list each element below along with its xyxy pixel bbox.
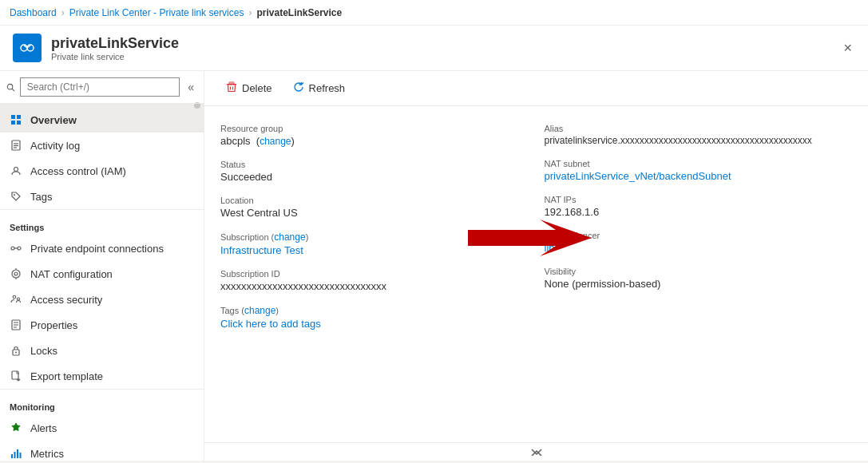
search-input[interactable]: [20, 77, 180, 97]
sidebar-item-metrics-label: Metrics: [30, 448, 64, 460]
resource-icon: [13, 34, 42, 62]
alias-value: privatelinkservice.xxxxxxxxxxxxxxxxxxxxx…: [545, 135, 853, 146]
export-template-icon: [10, 370, 22, 382]
sidebar-item-metrics[interactable]: Metrics: [0, 441, 204, 461]
svg-rect-34: [17, 449, 18, 458]
subscription-id-block: Subscription ID xxxxxxxxxxxxxxxxxxxxxxxx…: [220, 264, 529, 300]
sidebar-item-access-security-label: Access security: [30, 294, 102, 306]
resource-group-value: abcpls: [220, 135, 251, 147]
search-icon: [6, 82, 15, 93]
sidebar-item-tags-label: Tags: [30, 191, 52, 203]
locks-icon: [10, 344, 22, 357]
collapse-sidebar-button[interactable]: «: [184, 79, 197, 95]
sidebar-item-locks-label: Locks: [30, 345, 57, 357]
visibility-block: Visibility None (permission-based): [545, 262, 853, 298]
location-block: Location West Central US: [220, 191, 529, 227]
right-column: Alias privatelinkservice.xxxxxxxxxxxxxxx…: [545, 119, 853, 338]
breadcrumb-sep-1: ›: [61, 7, 65, 18]
close-button[interactable]: ×: [840, 37, 855, 60]
svg-rect-6: [11, 115, 15, 119]
tags-icon: [10, 190, 22, 203]
sidebar-item-alerts-label: Alerts: [30, 422, 57, 434]
breadcrumb-private-link[interactable]: Private Link Center - Private link servi…: [69, 7, 244, 18]
subscription-id-value: xxxxxxxxxxxxxxxxxxxxxxxxxxxxxxxx: [220, 280, 529, 292]
subscription-label: Subscription (change): [220, 232, 529, 243]
alias-block: Alias privatelinkservice.xxxxxxxxxxxxxxx…: [545, 119, 853, 154]
toolbar: Delete Refresh: [204, 71, 868, 106]
sidebar-item-locks[interactable]: Locks: [0, 338, 204, 363]
svg-rect-9: [17, 121, 21, 125]
content-area: Delete Refresh Resourc: [204, 71, 868, 461]
sidebar-item-overview[interactable]: Overview: [0, 107, 204, 133]
sidebar-item-private-endpoint-label: Private endpoint connections: [30, 243, 164, 255]
delete-button[interactable]: Delete: [217, 77, 281, 99]
overview-grid: Resource group abcpls (change) Status Su…: [204, 106, 868, 442]
resource-group-change-link[interactable]: change: [260, 136, 291, 147]
resource-subtitle: Private link service: [51, 52, 179, 61]
svg-point-19: [12, 270, 20, 278]
subscription-block: Subscription (change) Infrastructure Tes…: [220, 227, 529, 264]
collapse-chevron[interactable]: [204, 442, 868, 461]
location-label: Location: [220, 196, 529, 205]
svg-point-17: [18, 247, 21, 250]
visibility-label: Visibility: [545, 267, 853, 276]
subscription-value[interactable]: Infrastructure Test: [220, 244, 303, 256]
svg-rect-32: [11, 454, 13, 458]
svg-line-5: [12, 89, 14, 91]
alias-label: Alias: [545, 124, 853, 133]
refresh-label: Refresh: [309, 82, 346, 94]
breadcrumb: Dashboard › Private Link Center - Privat…: [0, 0, 868, 26]
nat-subnet-value[interactable]: privateLinkService_vNet/backendSubnet: [545, 170, 731, 182]
sidebar-item-export-template[interactable]: Export template: [0, 363, 204, 389]
sidebar-item-properties[interactable]: Properties: [0, 312, 204, 338]
nat-config-icon: [10, 267, 22, 280]
sidebar-item-alerts[interactable]: Alerts: [0, 415, 204, 441]
nat-subnet-block: NAT subnet privateLinkService_vNet/backe…: [545, 154, 853, 190]
sidebar-item-private-endpoint[interactable]: Private endpoint connections: [0, 235, 204, 261]
sidebar-item-access-security[interactable]: Access security: [0, 287, 204, 312]
access-control-icon: [10, 164, 22, 177]
resource-title: privateLinkService: [51, 35, 179, 52]
breadcrumb-dashboard[interactable]: Dashboard: [10, 7, 57, 18]
resource-header-left: privateLinkService Private link service: [13, 34, 179, 62]
resource-header: privateLinkService Private link service …: [0, 26, 868, 71]
tags-block: Tags (change) Click here to add tags: [220, 300, 529, 338]
subscription-change-link[interactable]: change: [274, 232, 305, 243]
sidebar-item-properties-label: Properties: [30, 319, 77, 331]
load-balancer-block: Load balancer ilb: [545, 226, 853, 262]
nat-ips-label: NAT IPs: [545, 195, 853, 204]
sidebar-item-overview-label: Overview: [30, 114, 77, 126]
tags-change-link[interactable]: change: [244, 305, 275, 316]
svg-point-15: [14, 194, 15, 196]
breadcrumb-current: privateLinkService: [256, 7, 342, 18]
sidebar-item-nat-config[interactable]: NAT configuration: [0, 261, 204, 287]
refresh-icon: [293, 81, 304, 95]
add-tags-link[interactable]: Click here to add tags: [220, 318, 321, 330]
sidebar-item-activity-log-label: Activity log: [30, 140, 80, 152]
monitoring-section-label: Monitoring: [0, 389, 204, 415]
sidebar-item-access-control-label: Access control (IAM): [30, 165, 126, 177]
svg-point-14: [14, 168, 18, 172]
resource-group-block: Resource group abcpls (change): [220, 119, 529, 155]
refresh-button[interactable]: Refresh: [284, 77, 355, 99]
load-balancer-value[interactable]: ilb: [545, 242, 555, 254]
metrics-icon: [10, 447, 22, 460]
svg-point-20: [14, 272, 18, 275]
svg-rect-31: [12, 371, 18, 379]
breadcrumb-sep-2: ›: [248, 7, 252, 18]
overview-icon: [10, 113, 22, 126]
search-box: «: [0, 71, 204, 104]
sidebar: « Overview: [0, 71, 204, 461]
subscription-id-label: Subscription ID: [220, 269, 529, 279]
alerts-icon: [10, 421, 22, 434]
sidebar-item-nat-config-label: NAT configuration: [30, 268, 113, 280]
sidebar-item-activity-log[interactable]: Activity log: [0, 133, 204, 158]
svg-point-30: [15, 352, 17, 354]
sidebar-item-access-control[interactable]: Access control (IAM): [0, 158, 204, 184]
svg-rect-7: [17, 115, 21, 119]
resource-group-label: Resource group: [220, 124, 529, 133]
svg-point-16: [11, 247, 14, 250]
resource-title-block: privateLinkService Private link service: [51, 35, 179, 61]
main-layout: « Overview: [0, 71, 868, 461]
sidebar-item-tags[interactable]: Tags: [0, 184, 204, 209]
